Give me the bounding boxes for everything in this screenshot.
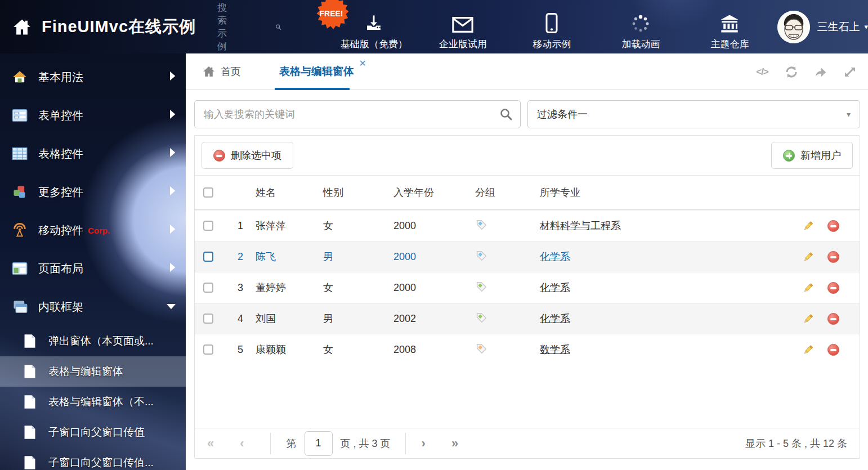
search-icon[interactable] (275, 20, 281, 34)
close-icon[interactable]: ✕ (359, 58, 366, 69)
row-checkbox[interactable] (203, 252, 213, 262)
major-link[interactable]: 材料科学与工程系 (540, 220, 621, 231)
col-header-group[interactable]: 分组 (475, 186, 540, 199)
chevron-right-icon (169, 225, 176, 236)
sidebar-item-basic-usage[interactable]: 基本用法 (0, 58, 186, 96)
delete-icon[interactable] (827, 344, 839, 356)
edit-icon[interactable] (802, 220, 814, 232)
major-link[interactable]: 化学系 (540, 251, 570, 262)
grid-toolbar: 删除选中项 新增用户 (195, 136, 860, 175)
col-header-gender[interactable]: 性别 (323, 186, 393, 199)
sidebar-subitem-child-to-parent-2[interactable]: 子窗口向父窗口传值... (0, 447, 186, 470)
delete-selected-button[interactable]: 删除选中项 (202, 142, 293, 169)
select-all-checkbox[interactable] (203, 187, 213, 198)
edit-icon[interactable] (802, 344, 814, 356)
plus-icon (783, 150, 795, 162)
delete-icon[interactable] (827, 220, 839, 232)
edit-icon[interactable] (802, 282, 814, 294)
nav-item-mobile-demo[interactable]: 移动示例 (518, 3, 585, 51)
sidebar-item-grid-controls[interactable]: 表格控件 (0, 135, 186, 173)
app-title: FineUIMvc在线示例 (42, 16, 196, 38)
sidebar-item-mobile-controls[interactable]: 移动控件 Corp. (0, 211, 186, 249)
nav-item-theme-repo[interactable]: 主题仓库 (696, 3, 763, 51)
keyword-search (194, 100, 521, 128)
filter-row: 过滤条件一 ▾ (194, 100, 860, 128)
chevron-right-icon (169, 148, 176, 159)
record-summary: 显示 1 - 5 条 , 共 12 条 (745, 437, 847, 450)
table-row[interactable]: 3 董婷婷 女 2000 化学系 (195, 272, 860, 303)
pager-divider (270, 433, 271, 454)
view-source-icon[interactable]: </> (755, 65, 769, 79)
sidebar-item-page-layout[interactable]: 页面布局 (0, 249, 186, 288)
sidebar-subitem-child-to-parent[interactable]: 子窗口向父窗口传值 (0, 417, 186, 447)
share-icon[interactable] (814, 65, 827, 79)
major-link[interactable]: 数学系 (540, 344, 570, 355)
filter-dropdown[interactable]: 过滤条件一 ▾ (527, 100, 860, 128)
col-header-year[interactable]: 入学年份 (393, 186, 475, 199)
add-user-button[interactable]: 新增用户 (771, 142, 853, 169)
header-search[interactable]: 搜索示例 (217, 1, 281, 53)
col-header-major[interactable]: 所学专业 (540, 186, 798, 199)
page-prefix: 第 (287, 437, 297, 450)
nav-item-enterprise-trial[interactable]: 企业版试用 (429, 3, 496, 51)
house-icon (11, 69, 28, 86)
nav-item-basic-free[interactable]: FREE! 基础版（免费） (341, 3, 407, 51)
table-row[interactable]: 4 刘国 男 2002 化学系 (195, 303, 860, 334)
row-checkbox[interactable] (203, 344, 213, 355)
form-icon (11, 107, 28, 124)
row-checkbox[interactable] (203, 221, 213, 231)
tag-icon (475, 311, 487, 324)
sidebar-subitem-grid-edit-window[interactable]: 表格与编辑窗体 (0, 356, 186, 387)
caret-down-icon: ▾ (847, 110, 851, 119)
expand-icon[interactable] (843, 65, 857, 79)
file-icon (24, 364, 36, 379)
sidebar-subitem-popup-window[interactable]: 弹出窗体（本页面或... (0, 326, 186, 356)
chevron-right-icon (169, 110, 176, 121)
delete-icon[interactable] (827, 313, 839, 325)
user-menu[interactable]: 三生石上 ▾ (777, 11, 868, 43)
nav-item-loading-animation[interactable]: 加载动画 (607, 3, 674, 51)
page-number-input[interactable] (305, 431, 333, 456)
sidebar-subitem-grid-edit-window-2[interactable]: 表格与编辑窗体（不... (0, 387, 186, 417)
sidebar-item-form-controls[interactable]: 表单控件 (0, 96, 186, 135)
nav-item-label: 基础版（免费） (341, 38, 408, 51)
next-page-button[interactable]: › (422, 436, 426, 451)
col-header-name[interactable]: 姓名 (256, 186, 323, 199)
major-link[interactable]: 化学系 (540, 282, 570, 293)
table-row[interactable]: 1 张萍萍 女 2000 材料科学与工程系 (195, 210, 860, 241)
keyword-search-input[interactable] (194, 100, 521, 128)
nav-item-label: 移动示例 (533, 38, 571, 51)
major-link[interactable]: 化学系 (540, 313, 570, 324)
file-icon (24, 334, 36, 348)
table-row[interactable]: 2 陈飞 男 2000 化学系 (195, 241, 860, 272)
table-row[interactable]: 5 康颖颖 女 2008 数学系 (195, 334, 860, 365)
main-content: 首页 表格与编辑窗体 ✕ </> 过滤条件一 ▾ (186, 53, 868, 470)
spinner-icon (631, 11, 650, 33)
prev-page-button[interactable]: ‹ (240, 436, 244, 451)
edit-icon[interactable] (802, 313, 814, 325)
row-checkbox[interactable] (203, 283, 213, 293)
delete-icon[interactable] (827, 282, 839, 294)
nav-item-label: 加载动画 (621, 38, 660, 51)
search-icon[interactable] (499, 108, 513, 121)
user-name: 三生石上 (817, 20, 860, 34)
corp-badge: Corp. (88, 226, 110, 235)
refresh-icon[interactable] (785, 65, 798, 79)
home-icon (203, 66, 215, 77)
antenna-icon (11, 222, 28, 239)
home-icon[interactable] (12, 17, 32, 37)
row-checkbox[interactable] (203, 314, 213, 324)
tab-home[interactable]: 首页 (203, 65, 241, 78)
tab-toolbar: </> (755, 53, 857, 90)
last-page-button[interactable]: » (451, 436, 458, 451)
tab-grid-edit-window[interactable]: 表格与编辑窗体 ✕ (276, 53, 357, 90)
cubes-icon (11, 183, 28, 200)
first-page-button[interactable]: « (207, 436, 214, 451)
tag-icon (475, 342, 487, 355)
edit-icon[interactable] (802, 251, 814, 263)
caret-down-icon (167, 302, 176, 312)
sidebar-item-more-controls[interactable]: 更多控件 (0, 173, 186, 211)
sidebar-item-iframe[interactable]: 内联框架 (0, 288, 186, 326)
delete-icon[interactable] (827, 251, 839, 263)
tag-icon (475, 218, 487, 231)
